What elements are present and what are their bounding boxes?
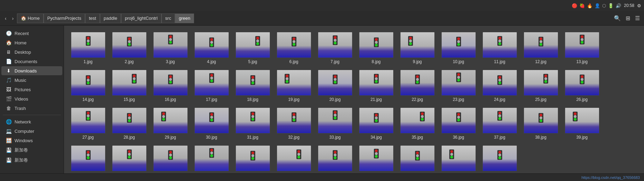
file-item[interactable]: 28.jpg bbox=[109, 105, 149, 142]
sidebar-item-downloads[interactable]: ⬇Downloads bbox=[1, 66, 62, 75]
sidebar-icon-music: 🎵 bbox=[6, 77, 12, 83]
file-item[interactable]: 48.jpg bbox=[397, 143, 437, 173]
file-item[interactable]: 31.jpg bbox=[233, 105, 273, 142]
file-item[interactable]: 16.jpg bbox=[150, 68, 190, 104]
breadcrumb-item-green[interactable]: green bbox=[175, 14, 194, 23]
file-item[interactable]: 50.jpg bbox=[480, 143, 519, 173]
settings-icon[interactable]: ⚙ bbox=[637, 3, 641, 8]
file-item[interactable]: 37.jpg bbox=[480, 105, 519, 142]
file-item[interactable]: 25.jpg bbox=[521, 68, 561, 104]
breadcrumb-item-home[interactable]: 🏠 Home bbox=[17, 14, 43, 23]
file-item[interactable]: 8.jpg bbox=[356, 30, 396, 66]
file-item[interactable]: 10.jpg bbox=[439, 30, 478, 66]
file-item[interactable]: 34.jpg bbox=[356, 105, 396, 142]
sidebar-item-vol2[interactable]: 💾新加卷 bbox=[1, 155, 62, 165]
forward-button[interactable]: › bbox=[10, 14, 16, 23]
file-item[interactable]: 4.jpg bbox=[192, 30, 231, 66]
bluetooth-icon[interactable]: ⬡ bbox=[602, 3, 606, 8]
file-name-label: 17.jpg bbox=[194, 97, 229, 102]
sidebar-label-desktop: Desktop bbox=[15, 50, 31, 55]
sidebar-item-trash[interactable]: 🗑Trash bbox=[1, 104, 62, 113]
statusbar-url: https://blog.csdn.net/qq_37656683 bbox=[581, 175, 640, 180]
file-thumbnail bbox=[565, 107, 599, 133]
file-item[interactable]: 29.jpg bbox=[150, 105, 190, 142]
file-item[interactable]: 21.jpg bbox=[356, 68, 396, 104]
file-item[interactable]: 49.jpg bbox=[439, 143, 478, 173]
file-name-label: 27.jpg bbox=[70, 135, 106, 140]
file-name-label: 37.jpg bbox=[482, 135, 517, 140]
sidebar-label-network: Network bbox=[15, 119, 31, 124]
file-name-label: 3.jpg bbox=[153, 59, 188, 64]
file-name-label: 6.jpg bbox=[276, 59, 312, 64]
file-item[interactable]: 44.jpg bbox=[233, 143, 273, 173]
file-item[interactable]: 45.jpg bbox=[274, 143, 314, 173]
file-item[interactable]: 27.jpg bbox=[68, 105, 108, 142]
sidebar-item-network[interactable]: 🌐Network bbox=[1, 117, 62, 126]
breadcrumb-item-pycharm[interactable]: PycharmProjects bbox=[44, 14, 85, 23]
sidebar-item-vol1[interactable]: 💾新加卷 bbox=[1, 145, 62, 155]
file-item[interactable]: 23.jpg bbox=[439, 68, 478, 104]
file-name-label: 16.jpg bbox=[153, 97, 188, 102]
file-item[interactable]: 24.jpg bbox=[480, 68, 519, 104]
file-item[interactable]: 40.jpg bbox=[68, 143, 108, 173]
sidebar-item-windows[interactable]: 🪟Windows bbox=[1, 136, 62, 145]
volume-icon[interactable]: 🔊 bbox=[616, 3, 621, 8]
sidebar-item-computer[interactable]: 💻Computer bbox=[1, 127, 62, 136]
back-button[interactable]: ‹ bbox=[3, 14, 9, 23]
file-item[interactable]: 47.jpg bbox=[356, 143, 396, 173]
breadcrumb-item-src[interactable]: src bbox=[162, 14, 175, 23]
flame-icon[interactable]: 🔥 bbox=[587, 3, 592, 8]
file-item[interactable]: 18.jpg bbox=[233, 68, 273, 104]
file-item[interactable]: 30.jpg bbox=[192, 105, 231, 142]
sidebar-item-home[interactable]: 🏠Home bbox=[1, 38, 62, 47]
view-toggle-button[interactable]: ⊞ bbox=[624, 14, 632, 23]
file-item[interactable]: 11.jpg bbox=[480, 30, 519, 66]
sidebar-item-pictures[interactable]: 🖼Pictures bbox=[1, 85, 62, 94]
breadcrumb-item-paddle[interactable]: paddle bbox=[100, 14, 121, 23]
file-item[interactable]: 14.jpg bbox=[68, 68, 108, 104]
user-icon[interactable]: 👤 bbox=[595, 3, 600, 8]
file-item[interactable]: 20.jpg bbox=[315, 68, 355, 104]
file-item[interactable]: 3.jpg bbox=[150, 30, 190, 66]
file-item[interactable]: 32.jpg bbox=[274, 105, 314, 142]
sidebar-item-recent[interactable]: 🕐Recent bbox=[1, 29, 62, 38]
sidebar-item-videos[interactable]: 🎬Videos bbox=[1, 94, 62, 103]
file-item[interactable]: 5.jpg bbox=[233, 30, 273, 66]
file-item[interactable]: 22.jpg bbox=[397, 68, 437, 104]
file-item[interactable]: 15.jpg bbox=[109, 68, 149, 104]
strawberry-icon[interactable]: 🍓 bbox=[579, 3, 585, 8]
sidebar-item-desktop[interactable]: 🖥Desktop bbox=[1, 48, 62, 57]
file-item[interactable]: 17.jpg bbox=[192, 68, 231, 104]
breadcrumb-item-test[interactable]: test bbox=[85, 14, 100, 23]
file-item[interactable]: 2.jpg bbox=[109, 30, 149, 66]
file-item[interactable]: 13.jpg bbox=[562, 30, 602, 66]
file-item[interactable]: 42.jpg bbox=[150, 143, 190, 173]
redshift-icon[interactable]: 🔴 bbox=[572, 3, 577, 8]
sidebar-item-documents[interactable]: 📄Documents bbox=[1, 57, 62, 66]
file-item[interactable]: 36.jpg bbox=[439, 105, 478, 142]
file-item[interactable]: 1.jpg bbox=[68, 30, 108, 66]
file-item[interactable]: 26.jpg bbox=[562, 68, 602, 104]
search-button[interactable]: 🔍 bbox=[613, 14, 622, 23]
file-item[interactable]: 12.jpg bbox=[521, 30, 561, 66]
sidebar-item-music[interactable]: 🎵Music bbox=[1, 76, 62, 85]
file-item[interactable]: 38.jpg bbox=[521, 105, 561, 142]
breadcrumb-item-proj6[interactable]: proj6_lightContrl bbox=[121, 14, 162, 23]
file-thumbnail bbox=[194, 70, 229, 96]
file-item[interactable]: 35.jpg bbox=[397, 105, 437, 142]
file-item[interactable]: 39.jpg bbox=[562, 105, 602, 142]
file-item[interactable]: 41.jpg bbox=[109, 143, 149, 173]
file-item[interactable]: 33.jpg bbox=[315, 105, 355, 142]
file-item[interactable]: 9.jpg bbox=[397, 30, 437, 66]
file-item[interactable]: 43.jpg bbox=[192, 143, 231, 173]
battery-icon[interactable]: 🔋 bbox=[608, 3, 614, 8]
file-item[interactable]: 19.jpg bbox=[274, 68, 314, 104]
menu-button[interactable]: ☰ bbox=[634, 14, 641, 23]
file-item[interactable]: 7.jpg bbox=[315, 30, 355, 66]
file-thumbnail bbox=[441, 32, 476, 58]
file-name-label: 22.jpg bbox=[399, 97, 435, 102]
file-name-label: 33.jpg bbox=[317, 135, 353, 140]
toolbar-actions: 🔍 ⊞ ☰ bbox=[613, 14, 641, 23]
file-item[interactable]: 6.jpg bbox=[274, 30, 314, 66]
file-item[interactable]: 46.jpg bbox=[315, 143, 355, 173]
